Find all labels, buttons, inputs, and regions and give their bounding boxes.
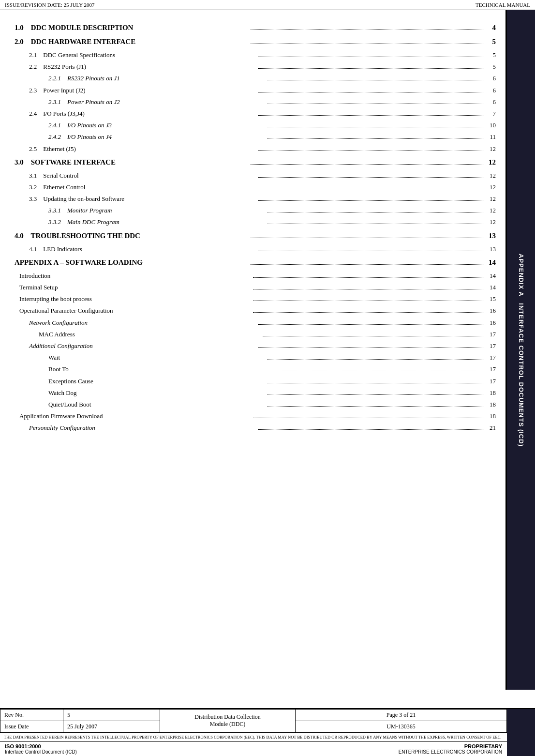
- toc-entry-19: APPENDIX A – SOFTWARE LOADING 14: [15, 257, 496, 268]
- toc-number: 1.0: [15, 24, 24, 31]
- toc-entry-row: 2.4.2 I/O Pinouts on J4 11: [15, 133, 496, 141]
- toc-entry-text: 2.0 DDC HARDWARE INTERFACE: [15, 37, 249, 47]
- toc-entry-text: Interrupting the boot process: [15, 295, 251, 303]
- toc-entry-4: 2.2.1 RS232 Pinouts on J1 6: [15, 74, 496, 83]
- page-cell: Page 3 of 21: [296, 709, 507, 721]
- toc-entry-text: Application Firmware Download: [15, 412, 251, 421]
- toc-page: 15: [486, 295, 496, 303]
- toc-entry-row: Operational Parameter Configuration 16: [15, 306, 496, 315]
- toc-dots: [268, 371, 485, 371]
- toc-entry-row: 2.4 I/O Ports (J3,J4) 7: [15, 109, 496, 118]
- footer-table-wrapper: Rev No. 5 Distribution Data Collection M…: [0, 708, 535, 733]
- issue-label-cell: Issue Date: [0, 721, 63, 732]
- toc-title: Watch Dog: [48, 389, 77, 396]
- toc-dots: [258, 92, 485, 92]
- toc-title: Power Input (J2): [43, 87, 85, 94]
- toc-page: 5: [486, 62, 496, 71]
- toc-title: Updating the on-board Software: [43, 195, 124, 202]
- bottom-sidebar-fill: [507, 741, 535, 756]
- toc-entry-text: 3.3 Updating the on-board Software: [15, 195, 256, 203]
- header-left: ISSUE/REVISION DATE: 25 JULY 2007: [5, 2, 95, 8]
- toc-dots: [268, 394, 485, 395]
- toc-dots: [258, 251, 485, 251]
- toc-entry-24: Network Configuration 16: [15, 318, 496, 327]
- toc-entry-row: Watch Dog 18: [15, 389, 496, 397]
- toc-page: 17: [486, 377, 496, 386]
- toc-dots: [258, 57, 485, 57]
- toc-entry-20: Introduction 14: [15, 272, 496, 280]
- toc-entry-17: 4.0 TROUBLESHOOTING THE DDC 13: [15, 231, 496, 241]
- toc-entry-6: 2.3.1 Power Pinouts on J2 6: [15, 98, 496, 106]
- toc-page: 7: [486, 109, 496, 118]
- toc-entry-row: Application Firmware Download 18: [15, 412, 496, 421]
- toc-page: 18: [486, 412, 496, 421]
- toc-title: Wait: [48, 354, 60, 361]
- toc-number: 3.3.1: [48, 207, 61, 214]
- toc-number: 3.3.2: [48, 218, 61, 226]
- toc-page: 5: [486, 51, 496, 60]
- toc-number: 3.1: [29, 172, 37, 179]
- disclaimer-row: THE DATA PRESENTED HEREIN REPRESENTS THE…: [0, 733, 535, 741]
- toc-entry-text: APPENDIX A – SOFTWARE LOADING: [15, 257, 249, 268]
- toc-title: SOFTWARE INTERFACE: [31, 158, 116, 166]
- toc-title: Network Configuration: [29, 319, 88, 326]
- toc-dots: [253, 301, 485, 301]
- toc-entry-row: Quiet/Loud Boot 18: [15, 400, 496, 409]
- toc-number: 2.0: [15, 38, 24, 45]
- toc-entry-row: 2.0 DDC HARDWARE INTERFACE 5: [15, 37, 496, 47]
- toc-title: I/O Pinouts on J4: [67, 133, 112, 140]
- toc-dots: [251, 30, 485, 30]
- toc-page: 12: [486, 145, 496, 153]
- toc-number: 2.3.1: [48, 98, 61, 106]
- toc-title: Ethernet Control: [43, 183, 85, 191]
- toc-dots: [258, 68, 485, 69]
- issue-value-cell: 25 July 2007: [63, 721, 160, 732]
- toc-entry-row: Wait 17: [15, 353, 496, 362]
- toc-entry-text: 1.0 DDC MODULE DESCRIPTION: [15, 23, 249, 33]
- toc-title: Power Pinouts on J2: [67, 98, 120, 106]
- bottom-bar: ISO 9001:2000 Interface Control Document…: [0, 741, 507, 756]
- toc-entry-row: 4.0 TROUBLESHOOTING THE DDC 13: [15, 231, 496, 241]
- sidebar-text: Appendix A Interface Control Documents (…: [518, 229, 525, 471]
- toc-entry-row: 3.3.2 Main DDC Program 12: [15, 218, 496, 227]
- rev-value-cell: 5: [63, 709, 160, 721]
- toc-entry-text: Quiet/Loud Boot: [15, 400, 266, 409]
- rev-label-cell: Rev No.: [0, 709, 63, 721]
- toc-title: Ethernet (J5): [43, 145, 76, 152]
- toc-entry-18: 4.1 LED Indicators 13: [15, 245, 496, 254]
- toc-page: 16: [486, 306, 496, 315]
- toc-page: 10: [486, 121, 496, 130]
- toc-number: 2.1: [29, 51, 37, 59]
- toc-title: DDC General Specifications: [43, 51, 115, 59]
- toc-number: 3.0: [15, 158, 24, 166]
- toc-entry-text: Network Configuration: [15, 318, 256, 327]
- toc-number: 2.5: [29, 145, 37, 152]
- toc-dots: [251, 264, 485, 265]
- toc-entry-text: MAC Address: [15, 330, 261, 339]
- toc-page: 12: [486, 195, 496, 203]
- toc-entry-31: Quiet/Loud Boot 18: [15, 400, 496, 409]
- toc-entry-text: Wait: [15, 353, 266, 362]
- toc-entry-row: Exceptions Cause 17: [15, 377, 496, 386]
- toc-page: 12: [486, 218, 496, 227]
- bottom-left-main: ISO 9001:2000: [5, 743, 77, 749]
- toc-entry-row: 2.3 Power Input (J2) 6: [15, 86, 496, 95]
- main-content: 1.0 DDC MODULE DESCRIPTION 4 2.0 DDC HAR…: [0, 10, 507, 690]
- toc-title: LED Indicators: [43, 245, 82, 253]
- toc-entry-row: Introduction 14: [15, 272, 496, 280]
- toc-entry-row: 3.0 SOFTWARE INTERFACE 12: [15, 157, 496, 167]
- toc-entry-row: 2.4.1 I/O Pinouts on J3 10: [15, 121, 496, 130]
- toc-entry-text: Personality Configuration: [15, 423, 256, 432]
- header-right: TECHNICAL MANUAL: [476, 2, 530, 8]
- toc-dots: [253, 418, 485, 418]
- toc-page: 21: [486, 423, 496, 432]
- toc-title: I/O Pinouts on J3: [67, 121, 112, 129]
- toc-page: 12: [486, 206, 496, 215]
- bottom-right-group: PROPRIETARY ENTERPRISE ELECTRONICS CORPO…: [399, 743, 502, 755]
- toc-title: Personality Configuration: [29, 424, 95, 431]
- toc-entry-row: Terminal Setup 14: [15, 283, 496, 292]
- toc-dots: [268, 80, 485, 80]
- toc-page: 17: [486, 365, 496, 374]
- toc-page: 18: [486, 389, 496, 397]
- toc-title: RS232 Ports (J1): [43, 63, 86, 70]
